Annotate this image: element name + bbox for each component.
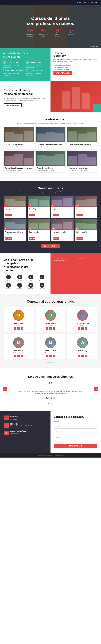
offer-card-5: Formación en idiomas Lorem id enim ut la… xyxy=(36,151,66,172)
navbar: logo HOME ABOUT CONTACT xyxy=(0,0,101,5)
testimonial-subtitle: Locutor xyxy=(8,399,93,401)
team-card-mia: M Mia Parker Profesora de inglés f t in xyxy=(4,334,34,360)
course-4-image: $17 xyxy=(75,196,97,207)
offer-subtitle: Lorem ipsum ad amet, consectetur adipisc… xyxy=(13,122,88,124)
course-1-btn[interactable]: VER CURSO xyxy=(5,214,12,216)
team-card-walter: W Walter Lilly Profesora de francés f t … xyxy=(68,334,97,360)
training-link[interactable]: The Text Element xyxy=(26,75,48,76)
offer-section: Lo que ofrecemos Lorem ipsum ad amet, co… xyxy=(0,112,101,181)
why-us-list: Consulta gratuita con profesores con más… xyxy=(54,63,98,70)
courses-more-btn[interactable]: MÁS INFORMACIÓN xyxy=(41,244,60,248)
mia-linkedin-icon[interactable]: in xyxy=(21,354,24,357)
testimonial-section: Lo que dicen nuestros alumnos " Lorem ip… xyxy=(0,368,101,411)
nav-about[interactable]: ABOUT xyxy=(84,2,89,3)
course-2-btn[interactable]: VER CURSO xyxy=(29,214,36,216)
mia-twitter-icon[interactable]: t xyxy=(17,354,20,357)
course-2-title: Aprendizaje en vivo xyxy=(29,208,48,210)
logo-5-icon: ⊞ xyxy=(6,283,11,288)
phone-value: +34 000 786+34 000 786 xyxy=(10,417,18,421)
translations-link[interactable]: The Text Element xyxy=(26,66,48,68)
testimonial-prev-btn[interactable]: ‹ xyxy=(3,387,7,392)
walter-linkedin-icon[interactable]: in xyxy=(84,354,87,357)
course-5-price: $20 xyxy=(4,228,8,230)
sasha-linkedin-icon[interactable]: in xyxy=(53,327,55,330)
business-right-image xyxy=(50,81,101,112)
jennie-facebook-icon[interactable]: f xyxy=(78,327,80,330)
nav-home[interactable]: HOME xyxy=(77,2,81,3)
walter-facebook-icon[interactable]: f xyxy=(78,354,80,357)
contact-section: 📞 LLAMANOS +34 000 786+34 000 786 📍 UBIC… xyxy=(0,411,101,453)
logo-2: ▣ CONTACT xyxy=(15,274,24,281)
jennie-linkedin-icon[interactable]: in xyxy=(84,327,87,330)
course-6-btn[interactable]: VER CURSO xyxy=(29,237,36,240)
quote-mark: " xyxy=(8,381,93,389)
seminars-link[interactable]: The Text Element xyxy=(3,75,24,76)
mia-facebook-icon[interactable]: f xyxy=(14,354,16,357)
course-8-price: $12 xyxy=(75,228,80,230)
course-8-btn[interactable]: VER CURSO xyxy=(76,237,83,240)
logo-8-label: CONTACT xyxy=(40,288,44,290)
contact-message-input[interactable] xyxy=(54,435,97,442)
course-1-title: Inglés para extranjeros xyxy=(5,208,25,210)
course-8-title: Inglés para niños xyxy=(76,231,96,233)
why-us-more-btn[interactable]: MÁS INFORMACIÓN xyxy=(54,71,72,75)
nav-contact[interactable]: CONTACT xyxy=(91,2,98,3)
nat-twitter-icon[interactable]: t xyxy=(17,327,20,330)
sasha-facebook-icon[interactable]: f xyxy=(46,327,48,330)
mia-avatar: M xyxy=(13,337,24,348)
monica-facebook-icon[interactable]: f xyxy=(46,354,48,357)
course-4-btn[interactable]: VER CURSO xyxy=(76,214,83,216)
translations-label: TRADUCCIONES xyxy=(30,62,41,63)
mia-role: Profesora de inglés xyxy=(14,352,24,354)
nat-facebook-icon[interactable]: f xyxy=(14,327,16,330)
course-card-4: $17 Cursos de conversación Lorem ipsum d… xyxy=(75,196,97,218)
location-label: UBICACIÓN xyxy=(10,423,32,425)
monica-linkedin-icon[interactable]: in xyxy=(53,354,55,357)
course-7-btn[interactable]: VER CURSO xyxy=(53,237,59,240)
trust-right-text: Curc dolore ut ullam ad aliqua dolore do… xyxy=(54,258,97,262)
sasha-twitter-icon[interactable]: t xyxy=(49,327,52,330)
mia-avatar-image: M xyxy=(14,338,24,348)
jennie-avatar: J xyxy=(77,310,88,321)
course-8-desc: Lorem ipsum dolore xyxy=(76,234,96,235)
jennie-twitter-icon[interactable]: t xyxy=(81,327,84,330)
why-us-item-2: Consulta con nuestros alumnos. xyxy=(55,65,98,66)
course-5-btn[interactable]: VER CURSO xyxy=(5,237,12,240)
contact-submit-btn[interactable]: ENVIAR MENSAJE xyxy=(54,444,97,448)
walter-role: Profesora de francés xyxy=(77,352,88,354)
dot-1[interactable] xyxy=(48,403,49,404)
teal-decoration xyxy=(93,104,101,112)
business-left: Imagen de Freepik Cursos de idiomas yfor… xyxy=(0,81,50,112)
monica-twitter-icon[interactable]: t xyxy=(49,354,52,357)
testimonial-next-btn[interactable]: › xyxy=(94,387,98,392)
offer-card-2-image xyxy=(36,127,66,142)
offer-card-2: Cursos de inglés de larga duración Lorem… xyxy=(36,127,66,149)
seminars-text: Sample text (Tur Text Element) xyxy=(3,73,24,74)
offer-card-2-text: Lorem ut labore vel reiciatur xyxy=(37,146,64,148)
nat-linkedin-icon[interactable]: in xyxy=(21,327,24,330)
course-3-btn[interactable]: VER CURSO xyxy=(53,214,59,216)
hero-title: Cursos de idiomascon profesores nativos xyxy=(26,16,76,26)
location-text: UBICACIÓN 19 Main A, Blenner, Flores Hut… xyxy=(10,423,32,427)
sasha-avatar-image: S xyxy=(46,310,56,320)
team-card-jennie: J Jennie Roberts Locutor f t in xyxy=(68,307,97,332)
dot-2[interactable] xyxy=(50,403,51,404)
contact-email-input[interactable] xyxy=(54,430,97,434)
classes-label: CLASES EN LIMA xyxy=(7,62,18,63)
logo-1-label: CONTACT xyxy=(6,280,11,281)
walter-name: Walter Lilly xyxy=(78,350,87,352)
classes-link[interactable]: The Text Element xyxy=(3,66,24,68)
business-section: Imagen de Freepik Cursos de idiomas yfor… xyxy=(0,81,101,112)
business-more-btn[interactable]: MÁS INFORMACIÓN xyxy=(4,103,22,107)
walter-twitter-icon[interactable]: t xyxy=(81,354,84,357)
contact-name-input[interactable] xyxy=(54,425,97,428)
course-4-price: $17 xyxy=(75,204,80,207)
logo-8-icon: ◇ xyxy=(40,283,44,288)
sasha-avatar: S xyxy=(45,310,56,321)
offer-card-1-image xyxy=(4,127,34,142)
green-right: ¿Por qué elegirnos? Curc dolore ut ullum… xyxy=(50,48,101,81)
logo-4-icon: ◈ xyxy=(40,274,44,280)
dot-3[interactable] xyxy=(52,403,53,404)
walter-avatar: W xyxy=(77,337,88,348)
contact-email-item: ✉ CORREO ELECTRÓNICO hallo@correo.com xyxy=(4,430,47,436)
